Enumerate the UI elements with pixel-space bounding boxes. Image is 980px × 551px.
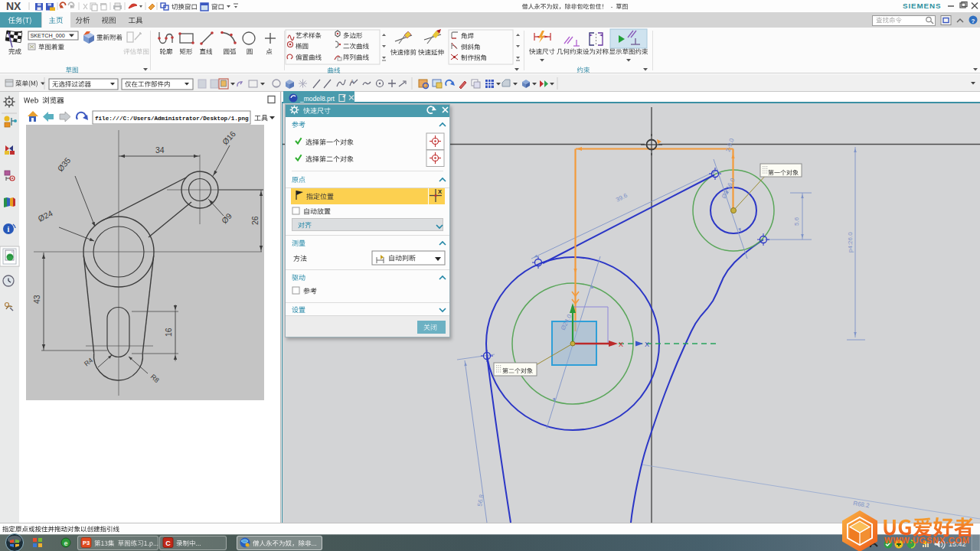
svg-text:34: 34 (155, 145, 165, 155)
svg-text:SIEMENS: SIEMENS (903, 2, 941, 10)
svg-text:SKETCH_000: SKETCH_000 (31, 32, 65, 39)
svg-text:5.6: 5.6 (793, 217, 800, 226)
svg-text:2-9.0: 2-9.0 (724, 137, 735, 153)
svg-text:Ø9: Ø9 (220, 211, 234, 226)
svg-text:R4: R4 (83, 357, 94, 368)
svg-text:?: ? (972, 18, 975, 24)
svg-text:R68.2: R68.2 (853, 500, 871, 509)
svg-text:Ø2:16.0: Ø2:16.0 (720, 177, 737, 200)
svg-text:39.6: 39.6 (615, 192, 629, 204)
svg-text:P3: P3 (83, 540, 90, 546)
svg-text:43: 43 (32, 295, 41, 304)
svg-text:R8: R8 (149, 373, 161, 384)
svg-text:_model8.prt: _model8.prt (299, 95, 335, 103)
svg-text:16: 16 (164, 328, 173, 337)
svg-text:26: 26 (250, 216, 260, 225)
svg-text:C: C (165, 540, 171, 547)
svg-text:Ø24: Ø24 (36, 208, 54, 223)
svg-text:Ø24.0: Ø24.0 (560, 313, 573, 331)
svg-text:X: X (645, 341, 649, 348)
svg-text:Ø16: Ø16 (220, 129, 237, 147)
svg-text:X: X (619, 341, 623, 348)
svg-text:NX: NX (6, 0, 21, 12)
svg-text:e: e (64, 540, 67, 547)
svg-text:A: A (351, 79, 354, 83)
svg-text:WWW.UGSNX.COM: WWW.UGSNX.COM (884, 536, 970, 545)
svg-text:Ø35: Ø35 (55, 155, 72, 173)
svg-text:file:///C:/Users/Administrator: file:///C:/Users/Administrator/Desktop/1… (95, 116, 249, 122)
svg-text:56.8: 56.8 (476, 494, 485, 507)
svg-text:p4:26.0: p4:26.0 (847, 232, 854, 253)
svg-text:X: X (438, 188, 442, 195)
svg-text:i: i (8, 225, 10, 233)
